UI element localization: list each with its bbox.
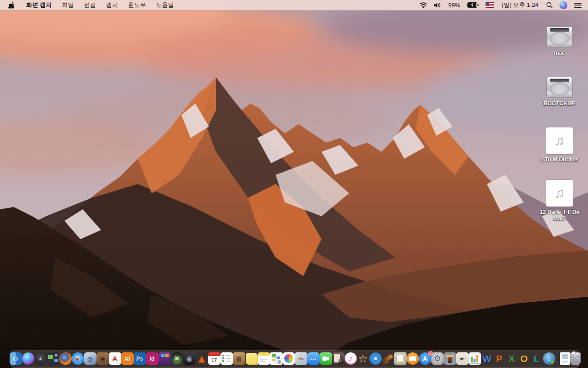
document-file-dock-icon[interactable]: [560, 351, 570, 367]
idvd-dock-icon[interactable]: [369, 351, 382, 367]
launchpad-dock-icon[interactable]: ▲: [34, 351, 47, 367]
desktop-icon-1-tu-m-oublies[interactable]: ♫1 Tu M'Oublies: [532, 127, 587, 163]
siri-menu-item[interactable]: [558, 1, 569, 9]
indesign-dock-icon[interactable]: Id: [146, 351, 158, 367]
app-store-glyph: A: [423, 356, 427, 362]
acrobat-reader-dock-icon[interactable]: A: [109, 351, 121, 367]
vlc-dock-icon[interactable]: ▲: [196, 351, 208, 367]
itunes-glyph: ♫: [348, 356, 353, 362]
trash-dock-icon[interactable]: [570, 351, 581, 367]
menu-item-2[interactable]: 캡처: [101, 1, 123, 9]
notes-dock-icon[interactable]: [258, 351, 270, 367]
facetime-dock-icon[interactable]: [320, 351, 332, 367]
disk-tool-dock-icon[interactable]: ◉: [183, 351, 196, 367]
reminders-icon: [220, 352, 233, 365]
garageband-dock-icon[interactable]: [382, 351, 394, 367]
clipboard-docs-app-dock-icon[interactable]: [394, 351, 407, 367]
outlook-dock-icon[interactable]: O: [518, 351, 531, 367]
idvd-icon: [369, 352, 382, 365]
safari-dock-icon[interactable]: ▶: [72, 351, 84, 367]
desktop-icons: macBOOTCAMP♫1 Tu M'Oublies♫12 Parle-T-Il…: [531, 11, 588, 351]
desktop-icon-label: 1 Tu M'Oublies: [540, 156, 579, 163]
notification-center-menu-item[interactable]: [572, 3, 583, 8]
firefox-dock-icon[interactable]: [59, 351, 72, 367]
menu-item-0[interactable]: 파일: [57, 1, 79, 9]
launchpad-icon: ▲: [34, 352, 47, 365]
web-downloader-glyph: ↓: [548, 356, 551, 362]
battery-menu-item[interactable]: [465, 2, 481, 8]
calendar-dock-icon[interactable]: 17: [208, 351, 220, 367]
brown-book-app-dock-icon[interactable]: ◉: [96, 351, 109, 367]
app-store-icon: A1: [419, 352, 431, 365]
us-flag-icon: [486, 2, 494, 8]
web-downloader-dock-icon[interactable]: ↓: [543, 351, 555, 367]
menu-bar-status: 99%: [418, 1, 583, 9]
mission-control-dock-icon[interactable]: [47, 351, 59, 367]
menu-item-3[interactable]: 윈도우: [123, 1, 151, 9]
wallpaper-sierra-mountain: [0, 0, 588, 368]
imovie-glyph: ★: [358, 353, 368, 364]
grab-screen-capture-dock-icon[interactable]: ✂: [295, 351, 307, 367]
app-store-dock-icon[interactable]: A1: [419, 351, 431, 367]
reminders-dock-icon[interactable]: [220, 351, 233, 367]
finder-icon: ☺: [10, 352, 22, 365]
lync-icon: L: [531, 352, 543, 365]
wifi-menu-item[interactable]: [418, 2, 429, 8]
ibooks-dock-icon[interactable]: [407, 351, 419, 367]
stuffit-expander-dock-icon[interactable]: ▤: [233, 351, 245, 367]
system-preferences-dock-icon[interactable]: ⚙: [431, 351, 444, 367]
messages-dock-icon[interactable]: …: [307, 351, 320, 367]
grab-screen-capture-icon: ✂: [295, 352, 307, 365]
apple-logo-icon: [8, 1, 15, 9]
imovie-dock-icon[interactable]: ★: [357, 351, 369, 367]
indesign-glyph: Id: [150, 356, 155, 362]
photoshop-icon: Ps: [134, 352, 146, 365]
desktop-icon-bootcamp[interactable]: BOOTCAMP: [532, 77, 587, 107]
photoshop-glyph: Ps: [136, 356, 143, 362]
menu-item-1[interactable]: 편집: [79, 1, 101, 9]
grab-screen-capture-glyph: ✂: [298, 356, 304, 362]
wifi-icon: [419, 2, 427, 8]
photoshop-dock-icon[interactable]: Ps: [134, 351, 146, 367]
facetime-icon: [320, 352, 332, 365]
siri-icon: [22, 352, 34, 365]
toast-titanium-dock-icon[interactable]: [158, 351, 171, 367]
trash-icon: [570, 352, 581, 365]
illustrator-icon: Ai: [121, 352, 134, 365]
clock-menu-item[interactable]: (일) 오후 1:24: [499, 1, 541, 9]
itunes-dock-icon[interactable]: ♫: [345, 351, 357, 367]
input-source-menu-item[interactable]: [484, 2, 496, 8]
finder-dock-icon[interactable]: ☺: [10, 351, 22, 367]
outlook-icon: O: [518, 352, 531, 365]
excel-dock-icon[interactable]: X: [506, 351, 518, 367]
siri-dock-icon[interactable]: [22, 351, 34, 367]
photos-dock-icon[interactable]: [283, 351, 295, 367]
preview-dock-icon[interactable]: ◎: [84, 351, 96, 367]
document-file-icon: [560, 352, 570, 365]
grab-screen-capture-running-indicator: [300, 365, 302, 367]
pages-classic-dock-icon[interactable]: ✒: [456, 351, 469, 367]
spotlight-menu-item[interactable]: [544, 2, 554, 8]
word-dock-icon[interactable]: W: [481, 351, 493, 367]
stationery-app-dock-icon[interactable]: [270, 351, 283, 367]
battery-percent[interactable]: 99%: [447, 2, 462, 9]
keynote-classic-dock-icon[interactable]: [444, 351, 456, 367]
menu-item-4[interactable]: 도움말: [151, 1, 179, 9]
desktop-icon-12-parle-t-il-de-moi[interactable]: ♫12 Parle-T-Il De Moi?: [532, 180, 587, 222]
battery-charging-icon: [467, 2, 479, 8]
app-menu-title[interactable]: 화면 캡처: [21, 1, 57, 9]
xee-image-viewer-dock-icon[interactable]: ✕: [171, 351, 183, 367]
desktop-icon-mac[interactable]: mac: [532, 26, 587, 56]
illustrator-dock-icon[interactable]: Ai: [121, 351, 134, 367]
apple-menu[interactable]: [5, 1, 21, 9]
finder-glyph: ☺: [11, 355, 19, 362]
lync-dock-icon[interactable]: L: [531, 351, 543, 367]
photo-booth-dock-icon[interactable]: [332, 351, 345, 367]
powerpoint-dock-icon[interactable]: P: [493, 351, 506, 367]
acrobat-reader-glyph: A: [113, 355, 118, 362]
garageband-icon: [382, 352, 394, 365]
stickies-dock-icon[interactable]: [245, 351, 258, 367]
pages-classic-icon: ✒: [456, 352, 469, 365]
volume-menu-item[interactable]: [432, 2, 443, 8]
numbers-classic-dock-icon[interactable]: [469, 351, 481, 367]
